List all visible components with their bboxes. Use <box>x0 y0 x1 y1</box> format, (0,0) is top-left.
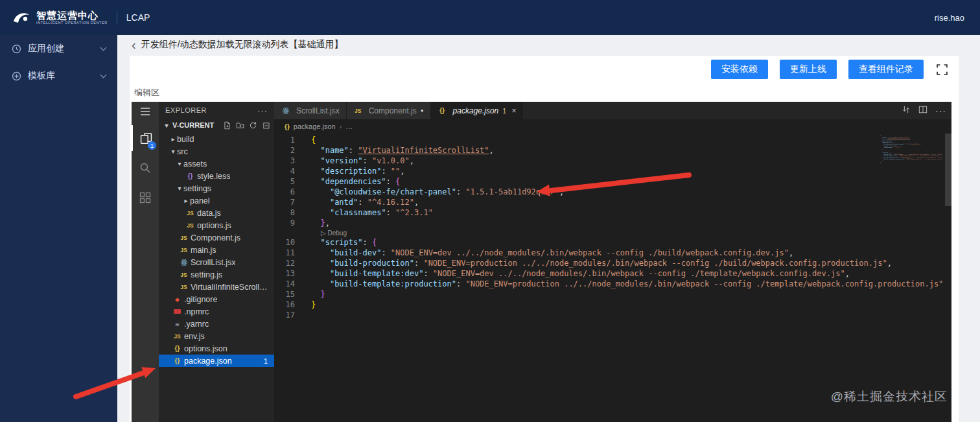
top-header: 智慧运营中心 INTELLIGENT OPERATION CENTER LCAP… <box>0 0 980 35</box>
editor-tab-ScrollList.jsx[interactable]: ScrollList.jsx <box>274 102 347 119</box>
tree-file-setting.js[interactable]: JSsetting.js <box>159 268 274 281</box>
js-file-icon: JS <box>179 272 189 278</box>
tree-file-options.json[interactable]: {}options.json <box>159 342 274 355</box>
refresh-icon[interactable] <box>249 121 257 130</box>
action-buttons: 安装依赖 更新上线 查看组件记录 <box>711 60 948 79</box>
back-icon[interactable]: ‹ <box>132 40 136 49</box>
app-create-icon <box>12 44 21 54</box>
codelens-debug[interactable]: ▷ Debug <box>321 229 347 237</box>
js-file-icon: JS <box>179 284 189 290</box>
js-file-icon: JS <box>353 108 363 114</box>
json-file-icon: {} <box>438 107 447 114</box>
scrollbar-thumb[interactable] <box>945 134 951 206</box>
explorer-icon[interactable]: 1 <box>132 125 159 151</box>
code-line: 6 "@cloudwise-fe/chart-panel": "1.5.1-5a… <box>274 187 951 197</box>
tree-file-.gitignore[interactable]: ◆.gitignore <box>159 293 274 305</box>
tree-file-ScrollList.jsx[interactable]: ScrollList.jsx <box>159 256 274 268</box>
code-line: 12 "build-production": "NODE_ENV=product… <box>274 258 951 268</box>
new-file-icon[interactable] <box>223 121 231 130</box>
change-count-badge: 1 <box>264 357 268 365</box>
template-library-icon <box>12 71 21 81</box>
tree-file-style.less[interactable]: {}style.less <box>159 170 274 182</box>
json-file-icon: {} <box>172 345 182 352</box>
tree-folder-settings[interactable]: ▾settings <box>159 182 274 194</box>
close-tab-icon[interactable]: × <box>511 106 516 115</box>
sidebar-item-template-library[interactable]: 模板库 <box>0 62 117 89</box>
update-online-button[interactable]: 更新上线 <box>780 60 837 79</box>
code-area[interactable]: 1{2 "name": "VirtualiInfiniteScrollList"… <box>274 134 951 422</box>
git-file-icon: ◆ <box>172 296 182 303</box>
tree-folder-panel[interactable]: ▸panel <box>159 194 274 207</box>
menu-icon[interactable] <box>132 102 159 121</box>
tree-file-package.json[interactable]: {}package.json1 <box>159 355 274 367</box>
view-component-records-button[interactable]: 查看组件记录 <box>848 60 924 79</box>
editor-tab-Component.js[interactable]: JSComponent.js● <box>347 102 431 119</box>
tab-problem-badge: 1 <box>502 107 506 115</box>
scrollbar <box>945 134 951 422</box>
yarn-file-icon: ≡ <box>172 320 182 328</box>
js-file-icon: JS <box>179 235 189 241</box>
activity-bar: 1 <box>132 102 159 422</box>
tree-root-v-current[interactable]: ▾ V-CURRENT <box>159 119 274 132</box>
js-file-icon: JS <box>179 247 189 253</box>
editor-zone: ScrollList.jsxJSComponent.js●{}package.j… <box>274 102 951 422</box>
editor-more-icon[interactable]: ··· <box>935 106 946 116</box>
header-divider <box>117 11 117 24</box>
tree-file-Component.js[interactable]: JSComponent.js <box>159 231 274 244</box>
left-sidebar: 应用创建 模板库 <box>0 35 117 422</box>
new-folder-icon[interactable] <box>236 121 244 130</box>
explorer-title: EXPLORER <box>165 106 207 114</box>
brand-title: 智慧运营中心 <box>36 10 108 21</box>
username[interactable]: rise.hao <box>935 13 964 23</box>
editor-breadcrumb[interactable]: {} package.json › … <box>274 119 951 134</box>
chevron-right-icon: › <box>340 123 342 130</box>
components-icon[interactable] <box>132 185 159 211</box>
tab-bar: ScrollList.jsxJSComponent.js●{}package.j… <box>274 102 951 119</box>
tree-folder-assets[interactable]: ▾assets <box>159 158 274 170</box>
search-icon[interactable] <box>132 155 159 181</box>
code-line: 17 <box>274 310 951 320</box>
tree-folder-src[interactable]: ▾src <box>159 145 274 158</box>
tree-file-options.js[interactable]: JSoptions.js <box>159 219 274 231</box>
install-deps-button[interactable]: 安装依赖 <box>711 60 768 79</box>
code-editor: 1 EXPLORER ··· ▾ V-CURRENT ▸build▾src▾as… <box>132 102 951 422</box>
tree-file-env.js[interactable]: JSenv.js <box>159 330 274 342</box>
sidebar-item-app-create[interactable]: 应用创建 <box>0 35 117 62</box>
changes-count-badge: 1 <box>148 141 156 150</box>
code-line: 3 "version": "v1.0.0", <box>274 156 951 166</box>
code-line: 10 "scripts": { <box>274 237 951 248</box>
tree-file-VirtualiInfiniteScrollList.js[interactable]: JSVirtualiInfiniteScrollList.js <box>159 281 274 293</box>
chevron-right-icon: ▸ <box>169 135 177 143</box>
editor-tab-package.json[interactable]: {}package.json1× <box>431 102 524 119</box>
tree-folder-build[interactable]: ▸build <box>159 133 274 145</box>
js-file-icon: JS <box>185 210 195 217</box>
tree-file-main.js[interactable]: JSmain.js <box>159 244 274 256</box>
code-line: 16} <box>274 299 951 310</box>
tree-file-data.js[interactable]: JSdata.js <box>159 207 274 219</box>
explorer-more-icon[interactable]: ··· <box>257 106 268 115</box>
code-line: 13 "build-template:dev": "NODE_ENV=dev .… <box>274 268 951 279</box>
npm-file-icon <box>172 309 182 314</box>
file-tree: ▸build▾src▾assets{}style.less▾settings▸p… <box>159 133 274 367</box>
tree-file-.npmrc[interactable]: .npmrc <box>159 305 274 318</box>
code-lines: 1{2 "name": "VirtualiInfiniteScrollList"… <box>274 135 951 320</box>
page-title: 开发组件/动态数据加载无限滚动列表【基础通用】 <box>141 39 344 51</box>
chevron-down-icon: ▾ <box>176 185 183 192</box>
react-file-icon <box>281 107 290 115</box>
product-name: LCAP <box>126 12 150 23</box>
open-changes-icon[interactable] <box>902 105 911 116</box>
minimap[interactable]: { "name": "VirtualiInfiniteScrollList", … <box>880 135 942 213</box>
json-file-icon: {} <box>172 357 182 364</box>
code-line: 15 } <box>274 289 951 299</box>
fullscreen-icon[interactable] <box>935 63 948 76</box>
code-line: 14 "build-template:production": "NODE_EN… <box>274 279 951 289</box>
collapse-all-icon[interactable] <box>262 121 270 130</box>
split-editor-icon[interactable] <box>918 105 928 116</box>
code-line: 5 "dependencies": { <box>274 176 951 187</box>
tree-file-.yarnrc[interactable]: ≡.yarnrc <box>159 318 274 330</box>
react-file-icon <box>179 259 189 266</box>
code-line: 8 "classnames": "^2.3.1" <box>274 207 951 218</box>
sidebar-item-label: 模板库 <box>28 70 101 82</box>
js-file-icon: JS <box>172 333 182 340</box>
breadcrumb: ‹ 开发组件/动态数据加载无限滚动列表【基础通用】 <box>132 39 344 51</box>
